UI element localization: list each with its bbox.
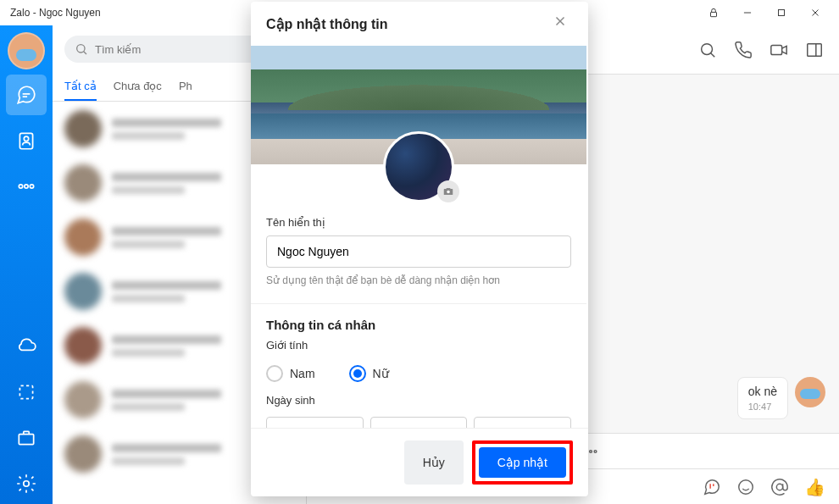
- camera-icon[interactable]: [437, 180, 459, 202]
- svg-rect-2: [779, 10, 785, 16]
- nav-sidebar: [0, 25, 53, 504]
- dob-day-select[interactable]: [266, 417, 364, 428]
- modal-title: Cập nhật thông tin: [266, 16, 388, 32]
- svg-line-18: [711, 53, 715, 57]
- call-icon[interactable]: [734, 41, 753, 59]
- thumbs-up-icon[interactable]: 👍: [804, 477, 825, 497]
- search-icon[interactable]: [698, 41, 717, 59]
- svg-rect-19: [771, 45, 782, 54]
- dob-year-select[interactable]: [474, 417, 571, 428]
- svg-point-10: [25, 185, 28, 188]
- screenshot-icon[interactable]: [6, 372, 47, 413]
- maximize-button[interactable]: [764, 0, 798, 25]
- svg-point-14: [24, 481, 30, 487]
- update-profile-modal: Cập nhật thông tin Tên hiển thị Sử dụng …: [251, 2, 588, 496]
- gender-male-label: Nam: [290, 367, 315, 380]
- gender-female-radio[interactable]: Nữ: [349, 365, 389, 382]
- settings-icon[interactable]: [6, 463, 47, 504]
- display-name-label: Tên hiển thị: [266, 216, 571, 229]
- personal-info-title: Thông tin cá nhân: [251, 304, 586, 339]
- svg-rect-13: [19, 435, 33, 445]
- svg-rect-0: [711, 12, 717, 16]
- toolbox-icon[interactable]: [6, 418, 47, 458]
- message-text: ok nè: [748, 385, 777, 398]
- cloud-icon[interactable]: [6, 326, 47, 367]
- svg-point-31: [590, 450, 592, 452]
- more-icon[interactable]: [6, 166, 47, 207]
- svg-point-11: [30, 185, 33, 188]
- highlight-box: Cập nhật: [472, 440, 573, 485]
- svg-point-32: [594, 450, 597, 452]
- dob-month-select[interactable]: [370, 417, 468, 428]
- dob-label: Ngày sinh: [266, 394, 571, 407]
- avatar[interactable]: [8, 32, 45, 69]
- display-name-hint: Sử dụng tên thật để bạn bè dễ dàng nhận …: [266, 274, 571, 286]
- gender-female-label: Nữ: [373, 367, 389, 380]
- lock-icon[interactable]: [697, 0, 731, 25]
- tab-unread[interactable]: Chưa đọc: [114, 73, 162, 101]
- message-avatar[interactable]: [795, 377, 825, 407]
- video-icon[interactable]: [770, 41, 788, 59]
- update-button[interactable]: Cập nhật: [479, 447, 566, 478]
- gender-male-radio[interactable]: Nam: [266, 365, 315, 382]
- svg-line-16: [84, 52, 86, 54]
- cancel-button[interactable]: Hủy: [404, 440, 464, 485]
- window-title: Zalo - Ngoc Nguyen: [10, 7, 101, 19]
- contacts-icon[interactable]: [6, 120, 47, 161]
- svg-point-17: [702, 43, 713, 54]
- quick-reply-icon[interactable]: [703, 478, 721, 496]
- svg-point-9: [19, 185, 22, 188]
- svg-rect-12: [19, 385, 32, 398]
- svg-rect-20: [808, 43, 822, 56]
- emoji-icon[interactable]: [736, 478, 755, 496]
- svg-point-33: [739, 479, 753, 494]
- svg-point-8: [24, 136, 28, 141]
- chat-icon[interactable]: [6, 75, 47, 115]
- display-name-input[interactable]: [266, 235, 571, 268]
- svg-point-15: [77, 45, 85, 53]
- gender-label: Giới tính: [266, 339, 571, 352]
- tab-all[interactable]: Tất cả: [64, 73, 97, 101]
- mention-icon[interactable]: [770, 478, 789, 496]
- panel-icon[interactable]: [805, 41, 824, 59]
- tab-other[interactable]: Ph: [179, 73, 192, 101]
- minimize-button[interactable]: [731, 0, 764, 25]
- close-button[interactable]: [798, 0, 832, 25]
- message-time: 10:47: [748, 402, 777, 412]
- svg-point-37: [447, 191, 450, 194]
- close-icon[interactable]: [553, 14, 573, 34]
- search-icon: [75, 42, 88, 56]
- message-bubble[interactable]: ok nè 10:47: [737, 377, 788, 419]
- svg-point-34: [776, 484, 782, 490]
